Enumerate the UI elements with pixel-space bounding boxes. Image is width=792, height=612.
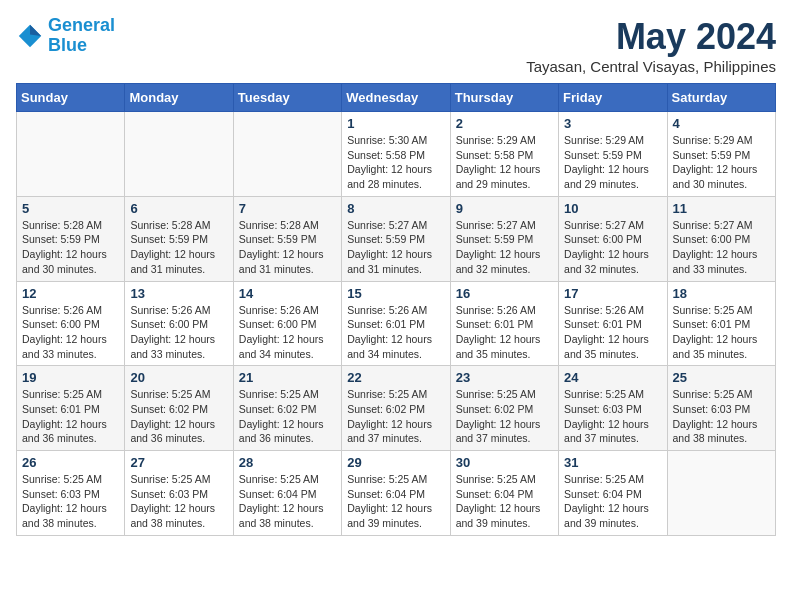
- day-number: 11: [673, 201, 770, 216]
- calendar-cell: 17Sunrise: 5:26 AMSunset: 6:01 PMDayligh…: [559, 281, 667, 366]
- logo-icon: [16, 22, 44, 50]
- calendar-cell: 23Sunrise: 5:25 AMSunset: 6:02 PMDayligh…: [450, 366, 558, 451]
- day-number: 3: [564, 116, 661, 131]
- day-info: Sunrise: 5:27 AMSunset: 6:00 PMDaylight:…: [673, 218, 770, 277]
- calendar-cell: 25Sunrise: 5:25 AMSunset: 6:03 PMDayligh…: [667, 366, 775, 451]
- day-info: Sunrise: 5:25 AMSunset: 6:04 PMDaylight:…: [347, 472, 444, 531]
- calendar-cell: 5Sunrise: 5:28 AMSunset: 5:59 PMDaylight…: [17, 196, 125, 281]
- day-number: 17: [564, 286, 661, 301]
- day-number: 27: [130, 455, 227, 470]
- logo: General Blue: [16, 16, 115, 56]
- day-info: Sunrise: 5:25 AMSunset: 6:01 PMDaylight:…: [22, 387, 119, 446]
- weekday-header: Saturday: [667, 84, 775, 112]
- calendar-week-row: 26Sunrise: 5:25 AMSunset: 6:03 PMDayligh…: [17, 451, 776, 536]
- day-number: 9: [456, 201, 553, 216]
- day-number: 13: [130, 286, 227, 301]
- calendar-cell: 16Sunrise: 5:26 AMSunset: 6:01 PMDayligh…: [450, 281, 558, 366]
- calendar-cell: 21Sunrise: 5:25 AMSunset: 6:02 PMDayligh…: [233, 366, 341, 451]
- day-info: Sunrise: 5:26 AMSunset: 6:00 PMDaylight:…: [239, 303, 336, 362]
- weekday-header: Wednesday: [342, 84, 450, 112]
- day-info: Sunrise: 5:28 AMSunset: 5:59 PMDaylight:…: [22, 218, 119, 277]
- calendar-cell: 12Sunrise: 5:26 AMSunset: 6:00 PMDayligh…: [17, 281, 125, 366]
- day-number: 12: [22, 286, 119, 301]
- day-number: 16: [456, 286, 553, 301]
- month-title: May 2024: [526, 16, 776, 58]
- day-number: 2: [456, 116, 553, 131]
- day-number: 30: [456, 455, 553, 470]
- calendar-cell: 19Sunrise: 5:25 AMSunset: 6:01 PMDayligh…: [17, 366, 125, 451]
- day-info: Sunrise: 5:25 AMSunset: 6:04 PMDaylight:…: [239, 472, 336, 531]
- day-number: 22: [347, 370, 444, 385]
- day-number: 31: [564, 455, 661, 470]
- day-number: 6: [130, 201, 227, 216]
- calendar-cell: 24Sunrise: 5:25 AMSunset: 6:03 PMDayligh…: [559, 366, 667, 451]
- calendar-cell: 20Sunrise: 5:25 AMSunset: 6:02 PMDayligh…: [125, 366, 233, 451]
- calendar-cell: [17, 112, 125, 197]
- day-info: Sunrise: 5:29 AMSunset: 5:59 PMDaylight:…: [673, 133, 770, 192]
- day-number: 26: [22, 455, 119, 470]
- day-info: Sunrise: 5:25 AMSunset: 6:02 PMDaylight:…: [456, 387, 553, 446]
- calendar-cell: 15Sunrise: 5:26 AMSunset: 6:01 PMDayligh…: [342, 281, 450, 366]
- day-number: 29: [347, 455, 444, 470]
- day-info: Sunrise: 5:25 AMSunset: 6:02 PMDaylight:…: [239, 387, 336, 446]
- calendar-cell: 11Sunrise: 5:27 AMSunset: 6:00 PMDayligh…: [667, 196, 775, 281]
- day-number: 28: [239, 455, 336, 470]
- calendar-cell: 29Sunrise: 5:25 AMSunset: 6:04 PMDayligh…: [342, 451, 450, 536]
- day-info: Sunrise: 5:25 AMSunset: 6:01 PMDaylight:…: [673, 303, 770, 362]
- day-number: 15: [347, 286, 444, 301]
- calendar-week-row: 1Sunrise: 5:30 AMSunset: 5:58 PMDaylight…: [17, 112, 776, 197]
- weekday-header: Friday: [559, 84, 667, 112]
- day-info: Sunrise: 5:25 AMSunset: 6:03 PMDaylight:…: [130, 472, 227, 531]
- location-title: Tayasan, Central Visayas, Philippines: [526, 58, 776, 75]
- calendar-cell: 3Sunrise: 5:29 AMSunset: 5:59 PMDaylight…: [559, 112, 667, 197]
- calendar-header-row: SundayMondayTuesdayWednesdayThursdayFrid…: [17, 84, 776, 112]
- day-info: Sunrise: 5:25 AMSunset: 6:02 PMDaylight:…: [347, 387, 444, 446]
- day-info: Sunrise: 5:26 AMSunset: 6:01 PMDaylight:…: [347, 303, 444, 362]
- day-info: Sunrise: 5:25 AMSunset: 6:02 PMDaylight:…: [130, 387, 227, 446]
- day-number: 21: [239, 370, 336, 385]
- day-number: 4: [673, 116, 770, 131]
- calendar-week-row: 5Sunrise: 5:28 AMSunset: 5:59 PMDaylight…: [17, 196, 776, 281]
- calendar-cell: [667, 451, 775, 536]
- calendar-cell: 30Sunrise: 5:25 AMSunset: 6:04 PMDayligh…: [450, 451, 558, 536]
- calendar-cell: 18Sunrise: 5:25 AMSunset: 6:01 PMDayligh…: [667, 281, 775, 366]
- day-number: 14: [239, 286, 336, 301]
- day-info: Sunrise: 5:30 AMSunset: 5:58 PMDaylight:…: [347, 133, 444, 192]
- calendar-cell: 14Sunrise: 5:26 AMSunset: 6:00 PMDayligh…: [233, 281, 341, 366]
- day-info: Sunrise: 5:27 AMSunset: 5:59 PMDaylight:…: [347, 218, 444, 277]
- weekday-header: Thursday: [450, 84, 558, 112]
- calendar-cell: 22Sunrise: 5:25 AMSunset: 6:02 PMDayligh…: [342, 366, 450, 451]
- day-number: 24: [564, 370, 661, 385]
- day-info: Sunrise: 5:27 AMSunset: 5:59 PMDaylight:…: [456, 218, 553, 277]
- calendar-cell: 13Sunrise: 5:26 AMSunset: 6:00 PMDayligh…: [125, 281, 233, 366]
- calendar-cell: 2Sunrise: 5:29 AMSunset: 5:58 PMDaylight…: [450, 112, 558, 197]
- calendar-cell: 7Sunrise: 5:28 AMSunset: 5:59 PMDaylight…: [233, 196, 341, 281]
- weekday-header: Tuesday: [233, 84, 341, 112]
- calendar-cell: 9Sunrise: 5:27 AMSunset: 5:59 PMDaylight…: [450, 196, 558, 281]
- day-info: Sunrise: 5:26 AMSunset: 6:01 PMDaylight:…: [564, 303, 661, 362]
- day-info: Sunrise: 5:25 AMSunset: 6:04 PMDaylight:…: [456, 472, 553, 531]
- day-info: Sunrise: 5:28 AMSunset: 5:59 PMDaylight:…: [239, 218, 336, 277]
- day-number: 23: [456, 370, 553, 385]
- day-info: Sunrise: 5:29 AMSunset: 5:58 PMDaylight:…: [456, 133, 553, 192]
- calendar-cell: 4Sunrise: 5:29 AMSunset: 5:59 PMDaylight…: [667, 112, 775, 197]
- day-info: Sunrise: 5:26 AMSunset: 6:01 PMDaylight:…: [456, 303, 553, 362]
- calendar-cell: [233, 112, 341, 197]
- day-number: 19: [22, 370, 119, 385]
- title-block: May 2024 Tayasan, Central Visayas, Phili…: [526, 16, 776, 75]
- day-info: Sunrise: 5:28 AMSunset: 5:59 PMDaylight:…: [130, 218, 227, 277]
- day-info: Sunrise: 5:26 AMSunset: 6:00 PMDaylight:…: [130, 303, 227, 362]
- day-number: 5: [22, 201, 119, 216]
- weekday-header: Sunday: [17, 84, 125, 112]
- page-header: General Blue May 2024 Tayasan, Central V…: [16, 16, 776, 75]
- calendar-cell: 10Sunrise: 5:27 AMSunset: 6:00 PMDayligh…: [559, 196, 667, 281]
- logo-text: General Blue: [48, 16, 115, 56]
- svg-marker-1: [30, 25, 41, 36]
- day-number: 8: [347, 201, 444, 216]
- calendar-week-row: 19Sunrise: 5:25 AMSunset: 6:01 PMDayligh…: [17, 366, 776, 451]
- calendar-cell: [125, 112, 233, 197]
- calendar-cell: 1Sunrise: 5:30 AMSunset: 5:58 PMDaylight…: [342, 112, 450, 197]
- calendar-cell: 8Sunrise: 5:27 AMSunset: 5:59 PMDaylight…: [342, 196, 450, 281]
- weekday-header: Monday: [125, 84, 233, 112]
- day-info: Sunrise: 5:25 AMSunset: 6:04 PMDaylight:…: [564, 472, 661, 531]
